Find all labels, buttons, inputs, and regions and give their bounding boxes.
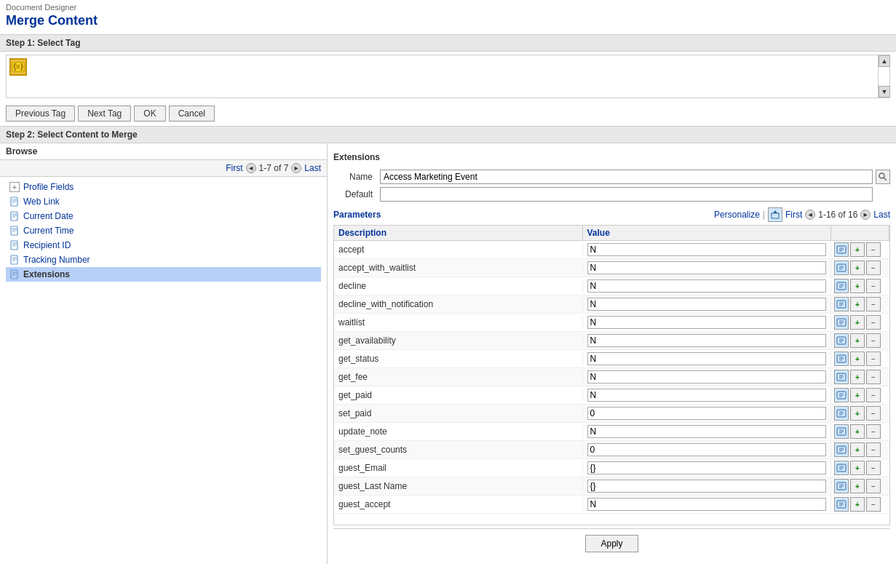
param-remove-button[interactable]: −: [866, 388, 881, 402]
params-last-link[interactable]: Last: [873, 210, 890, 220]
param-add-button[interactable]: +: [850, 424, 865, 439]
param-lookup-button[interactable]: [834, 351, 849, 366]
param-lookup-button[interactable]: [834, 315, 849, 330]
param-value-input[interactable]: [587, 425, 827, 438]
param-add-button[interactable]: +: [850, 333, 865, 348]
param-remove-button[interactable]: −: [866, 479, 881, 493]
param-lookup-button[interactable]: [834, 424, 849, 439]
next-tag-button[interactable]: Next Tag: [78, 106, 131, 122]
param-value-cell: [583, 496, 832, 512]
param-add-button[interactable]: +: [850, 297, 865, 311]
param-add-button[interactable]: +: [850, 442, 865, 457]
ok-button[interactable]: OK: [134, 106, 165, 122]
breadcrumb: Document Designer: [6, 3, 890, 12]
svg-point-26: [879, 173, 884, 178]
param-remove-button[interactable]: −: [866, 333, 881, 348]
default-input[interactable]: [380, 187, 873, 202]
browse-item-currenttime[interactable]: Current Time: [6, 223, 321, 238]
param-value-input[interactable]: [587, 407, 827, 420]
param-add-button[interactable]: +: [850, 479, 865, 493]
param-value-input[interactable]: [587, 352, 827, 365]
param-value-input[interactable]: [587, 261, 827, 274]
param-lookup-button[interactable]: [834, 442, 849, 457]
param-value-input[interactable]: [587, 498, 827, 511]
param-lookup-button[interactable]: [834, 479, 849, 493]
param-lookup-button[interactable]: [834, 370, 849, 384]
table-row: guest_Last Name+−: [334, 477, 889, 496]
browse-item-extensions[interactable]: Extensions: [6, 267, 321, 282]
browse-prev-arrow[interactable]: ◄: [246, 163, 256, 173]
param-remove-button[interactable]: −: [866, 297, 881, 311]
cancel-button[interactable]: Cancel: [169, 106, 215, 122]
param-value-input[interactable]: [587, 243, 827, 256]
param-add-button[interactable]: +: [850, 370, 865, 384]
table-row: decline+−: [334, 277, 889, 295]
svg-text:{≡}: {≡}: [13, 63, 23, 71]
param-description: get_fee: [334, 370, 583, 384]
param-add-button[interactable]: +: [850, 351, 865, 366]
browse-last-link[interactable]: Last: [304, 163, 321, 173]
browse-next-arrow[interactable]: ►: [291, 163, 301, 173]
param-add-button[interactable]: +: [850, 242, 865, 257]
param-value-input[interactable]: [587, 480, 827, 493]
param-lookup-button[interactable]: [834, 497, 849, 512]
param-remove-button[interactable]: −: [866, 442, 881, 457]
param-remove-button[interactable]: −: [866, 279, 881, 293]
param-value-input[interactable]: [587, 334, 827, 347]
browse-first-link[interactable]: First: [226, 163, 242, 173]
param-value-input[interactable]: [587, 316, 827, 329]
name-input[interactable]: [380, 170, 873, 184]
param-lookup-button[interactable]: [834, 461, 849, 475]
params-next-arrow[interactable]: ►: [860, 210, 871, 220]
param-value-input[interactable]: [587, 279, 827, 293]
param-value-input[interactable]: [587, 443, 827, 456]
param-add-button[interactable]: +: [850, 497, 865, 512]
col-value: Value: [583, 226, 832, 240]
tag-icon: {≡}: [9, 58, 27, 76]
param-remove-button[interactable]: −: [866, 261, 881, 275]
param-add-button[interactable]: +: [850, 461, 865, 475]
param-remove-button[interactable]: −: [866, 424, 881, 439]
param-value-input[interactable]: [587, 370, 827, 384]
param-remove-button[interactable]: −: [866, 406, 881, 421]
export-icon[interactable]: [768, 207, 782, 222]
param-lookup-button[interactable]: [834, 242, 849, 257]
param-lookup-button[interactable]: [834, 261, 849, 275]
browse-item-tracking[interactable]: Tracking Number: [6, 253, 321, 267]
browse-count: 1-7 of 7: [259, 163, 289, 173]
scroll-down-btn[interactable]: ▼: [879, 86, 890, 98]
param-add-button[interactable]: +: [850, 279, 865, 293]
param-lookup-button[interactable]: [834, 388, 849, 402]
params-prev-arrow[interactable]: ◄: [805, 210, 815, 220]
personalize-link[interactable]: Personalize: [714, 210, 760, 220]
param-add-button[interactable]: +: [850, 315, 865, 330]
browse-item-label: Profile Fields: [23, 182, 74, 192]
param-value-input[interactable]: [587, 298, 827, 311]
param-remove-button[interactable]: −: [866, 461, 881, 475]
param-remove-button[interactable]: −: [866, 370, 881, 384]
browse-item-profile[interactable]: +Profile Fields: [6, 180, 321, 194]
param-remove-button[interactable]: −: [866, 315, 881, 330]
param-add-button[interactable]: +: [850, 388, 865, 402]
param-remove-button[interactable]: −: [866, 351, 881, 366]
param-add-button[interactable]: +: [850, 406, 865, 421]
table-row: get_fee+−: [334, 368, 889, 386]
param-remove-button[interactable]: −: [866, 242, 881, 257]
param-lookup-button[interactable]: [834, 406, 849, 421]
param-remove-button[interactable]: −: [866, 497, 881, 512]
param-add-button[interactable]: +: [850, 261, 865, 275]
param-value-input[interactable]: [587, 389, 827, 402]
scroll-up-btn[interactable]: ▲: [879, 55, 890, 67]
param-lookup-button[interactable]: [834, 279, 849, 293]
browse-item-weblink[interactable]: Web Link: [6, 194, 321, 209]
param-value-input[interactable]: [587, 461, 827, 474]
svg-marker-29: [773, 210, 777, 213]
previous-tag-button[interactable]: Previous Tag: [6, 106, 75, 122]
browse-item-recipientid[interactable]: Recipient ID: [6, 238, 321, 253]
apply-button[interactable]: Apply: [585, 535, 638, 552]
param-lookup-button[interactable]: [834, 333, 849, 348]
params-first-link[interactable]: First: [785, 210, 802, 220]
name-search-button[interactable]: [876, 170, 890, 184]
param-lookup-button[interactable]: [834, 297, 849, 311]
browse-item-currentdate[interactable]: Current Date: [6, 209, 321, 223]
